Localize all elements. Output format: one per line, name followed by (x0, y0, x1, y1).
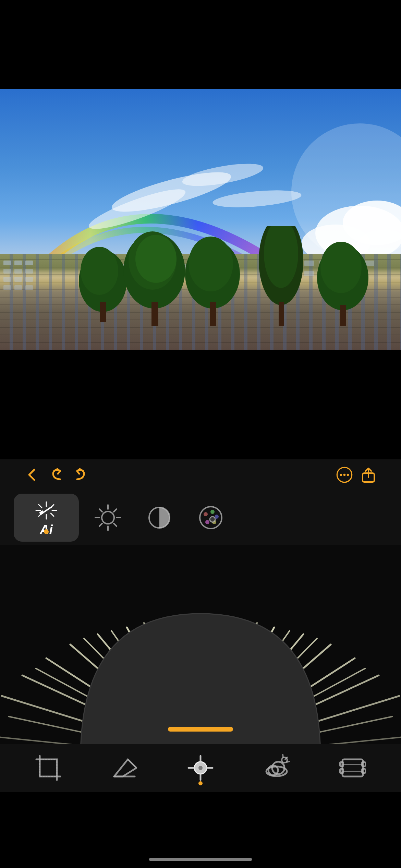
svg-point-55 (189, 237, 233, 291)
svg-rect-77 (39, 510, 44, 515)
palette-tool-button[interactable] (189, 495, 233, 540)
svg-rect-62 (340, 305, 346, 326)
svg-rect-49 (100, 302, 106, 322)
svg-line-84 (114, 523, 117, 526)
photo-canvas (0, 89, 401, 350)
home-indicator (149, 858, 252, 861)
toolbar (0, 459, 401, 490)
svg-point-48 (81, 247, 118, 295)
trees (0, 226, 401, 329)
svg-line-83 (99, 509, 102, 512)
svg-point-65 (343, 474, 346, 476)
svg-point-142 (282, 757, 287, 763)
svg-point-90 (210, 510, 215, 514)
app-container: Ai (0, 0, 401, 868)
bottom-nav (0, 744, 401, 792)
svg-rect-127 (40, 759, 57, 776)
undo-button[interactable] (45, 463, 69, 487)
sky-nav-button[interactable] (253, 749, 301, 787)
dial-area[interactable] (0, 545, 401, 744)
svg-rect-53 (151, 302, 158, 326)
svg-line-85 (114, 509, 117, 512)
svg-line-86 (99, 523, 102, 526)
svg-point-131 (198, 766, 203, 770)
svg-point-93 (205, 520, 209, 524)
svg-line-128 (128, 759, 136, 768)
contrast-tool-button[interactable] (137, 495, 182, 540)
svg-point-66 (347, 474, 349, 476)
svg-point-94 (210, 517, 215, 522)
svg-point-78 (102, 511, 114, 524)
ai-active-dot (44, 529, 49, 534)
redo-button[interactable] (69, 463, 93, 487)
photo-area (0, 89, 401, 350)
status-bar (0, 0, 401, 27)
adjust-nav-button[interactable] (177, 749, 224, 787)
film-nav-button[interactable] (329, 749, 377, 787)
ai-tool-button[interactable]: Ai (14, 494, 79, 542)
crop-nav-button[interactable] (24, 749, 72, 787)
share-button[interactable] (356, 463, 380, 487)
svg-rect-56 (210, 302, 216, 326)
back-button[interactable] (21, 463, 45, 487)
svg-rect-59 (279, 302, 284, 326)
svg-point-6 (181, 159, 265, 191)
svg-point-64 (340, 474, 342, 476)
erase-nav-button[interactable] (100, 749, 148, 787)
black-middle-area (0, 350, 401, 466)
svg-point-52 (135, 235, 177, 283)
dial-svg[interactable] (0, 545, 401, 744)
svg-rect-126 (168, 727, 233, 732)
svg-point-61 (320, 242, 362, 293)
more-button[interactable] (332, 463, 356, 487)
svg-point-8 (212, 188, 302, 210)
edit-tools-row: Ai (0, 490, 401, 545)
svg-line-141 (283, 755, 283, 757)
svg-rect-143 (342, 759, 363, 776)
svg-line-73 (51, 513, 54, 516)
svg-point-89 (204, 512, 208, 516)
brightness-tool-button[interactable] (86, 495, 130, 540)
svg-line-72 (39, 505, 42, 508)
